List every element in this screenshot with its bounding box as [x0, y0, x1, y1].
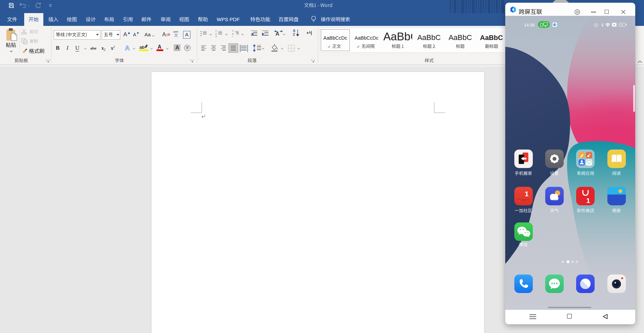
svg-text:1: 1: [525, 190, 529, 198]
svg-text:1: 1: [586, 197, 590, 204]
